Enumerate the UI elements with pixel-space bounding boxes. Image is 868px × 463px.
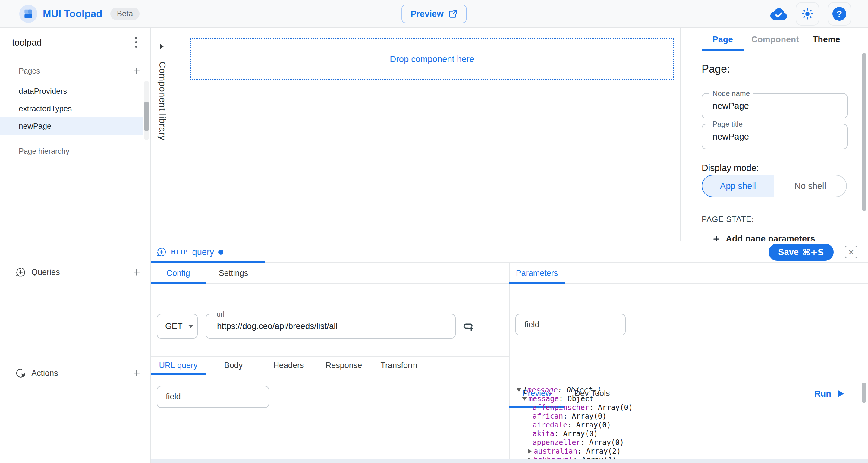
active-request-tab-indicator xyxy=(151,373,206,375)
tab-response[interactable]: Response xyxy=(316,361,371,370)
preview-button-label: Preview xyxy=(410,9,444,19)
json-tree-row[interactable]: akita: Array(0) xyxy=(514,429,859,438)
display-mode-toggle: App shell No shell xyxy=(702,175,847,197)
plus-icon xyxy=(712,235,721,242)
mui-toolpad-logo-icon xyxy=(19,5,37,23)
queries-section-header: Queries xyxy=(0,263,150,282)
tree-collapsed-icon[interactable] xyxy=(526,449,534,454)
node-name-field[interactable]: Node name newPage xyxy=(702,93,847,119)
page-canvas: Drop component here xyxy=(175,28,680,241)
app-title: MUI Toolpad xyxy=(43,8,102,20)
tab-headers[interactable]: Headers xyxy=(261,361,316,370)
query-tab-bar: HTTP query Save ⌘+S × xyxy=(151,242,868,263)
horizontal-scrollbar-track[interactable] xyxy=(151,459,868,463)
close-icon[interactable]: × xyxy=(845,246,858,258)
url-field[interactable]: url https://dog.ceo/api/breeds/list/all xyxy=(206,314,456,339)
pages-section-label: Pages xyxy=(19,67,40,75)
sun-icon xyxy=(801,7,814,20)
app-header: MUI Toolpad Beta Preview xyxy=(0,0,868,28)
url-field-value: https://dog.ceo/api/breeds/list/all xyxy=(217,314,338,338)
parameters-field-input[interactable]: field xyxy=(516,314,626,336)
query-tab[interactable]: HTTP query xyxy=(151,242,232,263)
result-scrollbar-thumb[interactable] xyxy=(862,382,866,403)
query-config-column: Config Settings GET url https://dog.ceo/… xyxy=(151,263,509,459)
divider xyxy=(0,260,150,260)
app-shell-option[interactable]: App shell xyxy=(702,175,774,197)
actions-section-header: Actions xyxy=(0,364,150,383)
beta-badge: Beta xyxy=(110,7,140,20)
tab-component[interactable]: Component xyxy=(748,35,802,44)
http-method-select[interactable]: GET xyxy=(157,314,198,339)
sidebar-item-newpage[interactable]: newPage xyxy=(0,117,143,135)
tab-theme[interactable]: Theme xyxy=(808,35,844,44)
query-name: query xyxy=(192,247,214,257)
add-page-button[interactable] xyxy=(130,64,143,78)
help-icon: ? xyxy=(832,7,846,21)
external-link-icon xyxy=(448,9,458,19)
page-title-value: newPage xyxy=(712,124,749,149)
cloud-sync-icon xyxy=(770,7,787,20)
project-name: toolpad xyxy=(12,37,41,48)
sidebar-item-extractedtypes[interactable]: extractedTypes xyxy=(0,100,143,117)
active-config-tab-indicator xyxy=(151,282,206,284)
sidebar-item-dataproviders[interactable]: dataProviders xyxy=(0,82,143,100)
request-tab-bar: URL query Body Headers Response Transfor… xyxy=(151,356,509,374)
node-name-value: newPage xyxy=(712,94,749,118)
url-query-field-input[interactable]: field xyxy=(157,386,269,408)
http-query-icon xyxy=(156,247,167,257)
tab-transform[interactable]: Transform xyxy=(371,361,427,370)
tab-parameters[interactable]: Parameters xyxy=(509,269,564,278)
url-query-field-value: field xyxy=(166,392,181,402)
tab-settings[interactable]: Settings xyxy=(206,269,261,278)
expand-library-icon[interactable] xyxy=(160,44,164,49)
help-button[interactable]: ? xyxy=(828,2,851,26)
active-tab-indicator xyxy=(702,50,744,51)
config-tab-bar: Config Settings xyxy=(151,263,509,284)
http-method-value: GET xyxy=(165,321,183,331)
add-action-button[interactable] xyxy=(130,367,143,380)
unsaved-indicator-dot xyxy=(218,250,223,255)
page-heading: Page: xyxy=(702,63,730,75)
inspector-scrollbar-thumb[interactable] xyxy=(862,53,867,211)
divider xyxy=(0,140,150,141)
no-shell-option[interactable]: No shell xyxy=(774,175,847,197)
tab-config[interactable]: Config xyxy=(151,269,206,278)
theme-toggle-button[interactable] xyxy=(796,2,819,26)
active-parameters-tab-indicator xyxy=(509,282,564,284)
json-tree-row[interactable]: affenpinscher: Array(0) xyxy=(514,403,859,412)
project-menu-button[interactable] xyxy=(133,35,140,50)
divider xyxy=(702,209,847,209)
add-query-button[interactable] xyxy=(130,266,143,279)
queries-label: Queries xyxy=(31,268,60,277)
save-button[interactable]: Save ⌘+S xyxy=(769,244,834,261)
component-library-label: Component library xyxy=(157,61,167,141)
parameters-field-value: field xyxy=(524,320,539,330)
actions-label: Actions xyxy=(31,369,58,378)
inspector-panel: Page Component Theme Page: Node name new… xyxy=(680,28,868,241)
json-tree-row[interactable]: message: Object xyxy=(514,394,859,403)
tab-body[interactable]: Body xyxy=(206,361,261,370)
json-tree-row[interactable]: {message: Object…} xyxy=(514,385,859,394)
json-tree-row[interactable]: australian: Array(2) xyxy=(514,447,859,456)
protocol-label: HTTP xyxy=(171,249,188,255)
project-row: toolpad xyxy=(0,28,150,57)
preview-button[interactable]: Preview xyxy=(401,4,467,23)
tree-expanded-icon[interactable] xyxy=(521,397,528,401)
json-tree-row[interactable]: appenzeller: Array(0) xyxy=(514,438,859,447)
json-result-tree: {message: Object…} message: Object affen… xyxy=(514,385,859,463)
add-page-parameters-button[interactable]: Add page parameters xyxy=(712,234,815,241)
tab-page[interactable]: Page xyxy=(702,35,744,44)
pages-scrollbar-thumb[interactable] xyxy=(144,101,149,131)
explorer-sidebar: toolpad Pages dataProviders extractedTyp… xyxy=(0,28,151,463)
component-library-strip[interactable]: Component library xyxy=(151,28,175,241)
json-tree-row[interactable]: airedale: Array(0) xyxy=(514,421,859,429)
tree-expanded-icon[interactable] xyxy=(515,388,523,392)
add-link-icon[interactable] xyxy=(461,319,475,333)
save-shortcut: ⌘+S xyxy=(802,247,824,257)
drop-target[interactable]: Drop component here xyxy=(190,38,674,80)
divider xyxy=(0,361,150,362)
chevron-down-icon xyxy=(188,325,193,328)
tab-url-query[interactable]: URL query xyxy=(151,361,206,370)
page-title-field[interactable]: Page title newPage xyxy=(702,124,847,149)
json-tree-row[interactable]: african: Array(0) xyxy=(514,412,859,421)
